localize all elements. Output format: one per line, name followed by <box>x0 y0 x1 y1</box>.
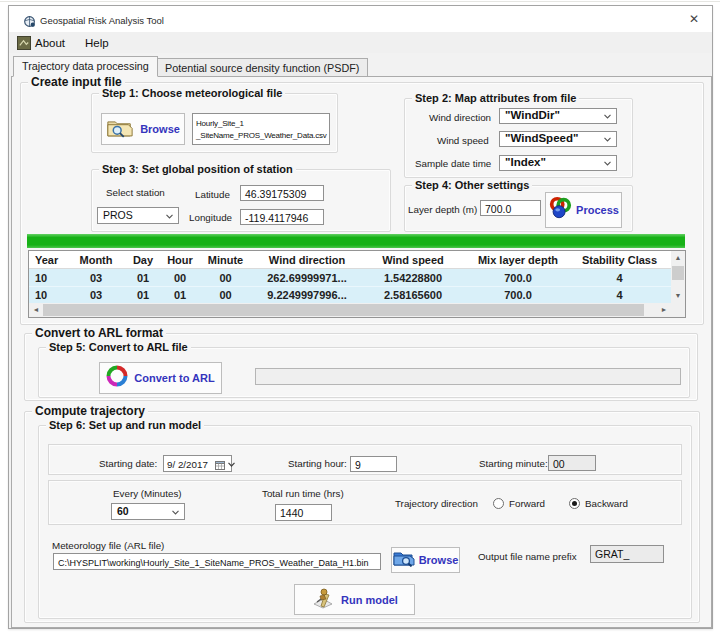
table-cell: 00 <box>195 272 256 284</box>
table-horizontal-scrollbar[interactable]: ◄ ► <box>29 303 671 317</box>
wind-speed-chevron-icon <box>604 137 611 142</box>
longitude-textbox[interactable]: -119.4117946 <box>240 209 324 225</box>
sample-date-time-combobox[interactable]: "Index" <box>499 155 617 171</box>
table-cell: 10 <box>29 289 71 301</box>
starting-minute-textbox[interactable]: 00 <box>548 455 596 471</box>
menu-about[interactable]: About <box>17 35 65 52</box>
scroll-left-icon[interactable]: ◄ <box>29 303 43 317</box>
col-header[interactable]: Wind direction <box>256 254 358 266</box>
wind-direction-value: "WindDir" <box>505 109 560 121</box>
sample-date-time-value: "Index" <box>505 156 546 168</box>
group-compute-trajectory-title: Compute trajectory <box>32 405 148 418</box>
latitude-label: Latitude <box>195 189 230 200</box>
table-cell: 03 <box>71 272 121 284</box>
forward-radio[interactable] <box>493 498 504 509</box>
page-top-rule <box>0 1 720 2</box>
col-header[interactable]: Wind speed <box>358 254 468 266</box>
wind-speed-combobox[interactable]: "WindSpeed" <box>499 131 617 147</box>
longitude-label: Longitude <box>189 212 232 223</box>
table-header-row: Year Month Day Hour Minute Wind directio… <box>29 251 671 269</box>
output-prefix-label: Output file name prefix <box>478 551 577 562</box>
wind-direction-combobox[interactable]: "WindDir" <box>499 108 617 124</box>
vscroll-thumb[interactable] <box>672 266 684 280</box>
col-header[interactable]: Mix layer depth <box>468 254 568 266</box>
menu-about-label: About <box>35 37 65 49</box>
table-cell: 00 <box>195 289 256 301</box>
step1-browse-button[interactable]: Browse <box>101 113 185 145</box>
scroll-up-icon[interactable]: ▲ <box>671 251 685 265</box>
step1-file-textbox[interactable]: Hourly_Site_1 _SiteName_PROS_Weather_Dat… <box>192 113 330 145</box>
col-header[interactable]: Day <box>121 254 165 266</box>
menu-bar: About Help <box>9 32 712 53</box>
table-body: Year Month Day Hour Minute Wind directio… <box>29 251 671 303</box>
tab-page: Create input file Step 1: Choose meteoro… <box>11 76 712 628</box>
wind-direction-label: Wind direction <box>429 112 491 123</box>
group-step1-title: Step 1: Choose meteorological file <box>99 87 285 100</box>
weather-data-table[interactable]: Year Month Day Hour Minute Wind directio… <box>28 250 686 318</box>
station-combo-chevron-icon <box>166 214 173 219</box>
met-browse-button[interactable]: Browse <box>391 547 460 573</box>
scroll-right-icon[interactable]: ► <box>657 303 671 317</box>
sample-date-time-chevron-icon <box>604 161 611 166</box>
title-bar: Geospatial Risk Analysis Tool ✕ <box>9 6 712 32</box>
table-cell: 1.54228800 <box>358 272 468 284</box>
starting-date-picker[interactable]: 9/ 2/2017 <box>163 455 232 472</box>
col-header[interactable]: Year <box>29 254 71 266</box>
run-model-label: Run model <box>341 594 398 606</box>
table-cell: 4 <box>568 289 671 301</box>
run-model-button[interactable]: Run model <box>294 584 415 615</box>
table-row[interactable]: 10 03 01 01 00 9.2249997996... 2.5816560… <box>29 286 671 303</box>
table-row[interactable]: 10 03 01 00 00 262.69999971... 1.5422880… <box>29 269 671 286</box>
met-file-textbox[interactable]: C:\HYSPLIT\working\Hourly_Site_1_SiteNam… <box>53 553 381 570</box>
table-cell: 4 <box>568 272 671 284</box>
convert-ring-icon <box>106 365 128 391</box>
group-step6-title: Step 6: Set up and run model <box>46 419 204 432</box>
tab-psdf[interactable]: Potential source density function (PSDF) <box>156 58 368 77</box>
menu-help[interactable]: Help <box>85 35 109 52</box>
col-header[interactable]: Hour <box>165 254 195 266</box>
table-cell: 01 <box>165 289 195 301</box>
hscroll-thumb[interactable] <box>43 304 644 316</box>
process-icon <box>548 196 572 224</box>
process-button[interactable]: Process <box>545 192 622 228</box>
wind-speed-label: Wind speed <box>437 135 489 146</box>
station-value: PROS <box>103 209 133 221</box>
scroll-down-icon[interactable]: ▼ <box>671 289 685 303</box>
date-dropdown-icon[interactable] <box>228 458 235 469</box>
group-step2-title: Step 2: Map attributes from file <box>412 92 579 105</box>
col-header[interactable]: Month <box>71 254 121 266</box>
close-button[interactable]: ✕ <box>683 10 705 28</box>
tab-strip: Trajectory data processing Potential sou… <box>9 53 712 77</box>
convert-to-arl-label: Convert to ARL <box>134 372 214 384</box>
layer-depth-label: Layer depth (m) <box>408 204 477 215</box>
group-step4-title: Step 4: Other settings <box>412 179 532 192</box>
group-step5-title: Step 5: Convert to ARL file <box>46 341 191 354</box>
table-cell: 9.2249997996... <box>256 289 358 301</box>
run-model-icon <box>311 586 335 614</box>
col-header[interactable]: Minute <box>195 254 256 266</box>
window-title: Geospatial Risk Analysis Tool <box>40 15 164 26</box>
total-run-time-textbox[interactable]: 1440 <box>275 504 332 521</box>
layer-depth-textbox[interactable]: 700.0 <box>480 200 541 216</box>
starting-hour-textbox[interactable]: 9 <box>350 456 397 472</box>
every-minutes-combobox[interactable]: 60 <box>111 503 185 520</box>
table-cell: 700.0 <box>468 289 568 301</box>
about-menu-icon <box>17 36 31 54</box>
convert-progressbar <box>255 368 681 385</box>
starting-date-value: 9/ 2/2017 <box>167 459 208 470</box>
wind-direction-chevron-icon <box>604 114 611 119</box>
col-header[interactable]: Stability Class <box>568 254 671 266</box>
select-station-label: Select station <box>106 187 165 198</box>
convert-to-arl-button[interactable]: Convert to ARL <box>99 362 222 394</box>
tab-trajectory-data-processing[interactable]: Trajectory data processing <box>13 56 158 77</box>
every-minutes-label: Every (Minutes) <box>113 488 182 499</box>
step1-file-line1: Hourly_Site_1 <box>196 118 328 130</box>
table-cell: 01 <box>121 289 165 301</box>
latitude-textbox[interactable]: 46.39175309 <box>240 185 324 201</box>
station-combobox[interactable]: PROS <box>97 207 179 224</box>
trajectory-direction-label: Trajectory direction <box>395 498 478 509</box>
met-file-label: Meteorology file (ARL file) <box>52 540 164 551</box>
table-vertical-scrollbar[interactable]: ▲ ▼ <box>671 251 685 303</box>
output-prefix-textbox[interactable]: GRAT_ <box>590 545 664 563</box>
backward-radio[interactable] <box>569 498 580 509</box>
